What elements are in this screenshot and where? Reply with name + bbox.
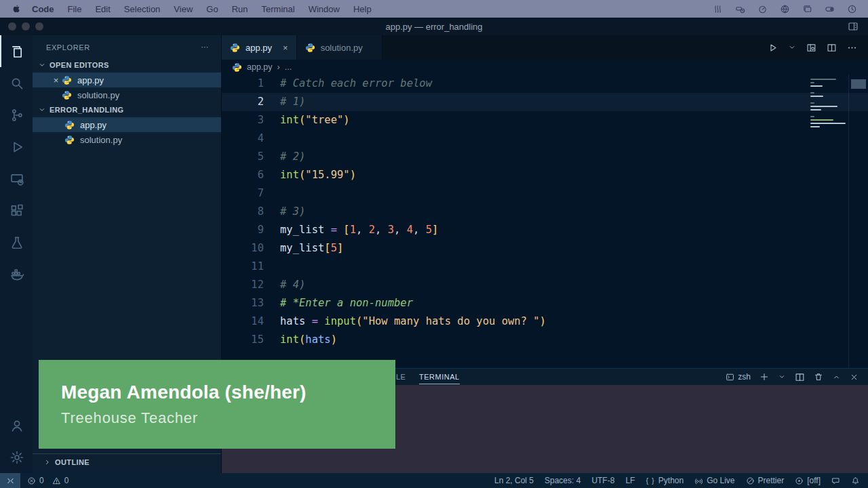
code-token[interactable]: 5 xyxy=(331,242,337,254)
activity-remote-explorer[interactable] xyxy=(0,163,33,195)
code-token[interactable]: [ xyxy=(324,242,330,254)
code-line-text[interactable]: int(hats) xyxy=(264,331,337,349)
status-encoding[interactable]: UTF-8 xyxy=(591,476,614,485)
menu-code[interactable]: Code xyxy=(25,4,61,14)
sync-globe-icon[interactable] xyxy=(780,4,790,14)
open-editor-solution.py[interactable]: solution.py xyxy=(33,87,221,102)
code-line-8[interactable]: 8# 3) xyxy=(222,203,868,221)
activity-accounts[interactable] xyxy=(0,409,33,441)
code-token[interactable]: # *Enter a non-number xyxy=(280,297,413,309)
activity-docker[interactable] xyxy=(0,258,33,290)
minimize-window-button[interactable] xyxy=(22,22,30,30)
line-number[interactable]: 8 xyxy=(222,203,264,221)
menu-file[interactable]: File xyxy=(61,4,89,14)
remote-indicator[interactable] xyxy=(0,473,20,488)
views-more-actions-icon[interactable]: ⋯ xyxy=(201,43,209,52)
menu-window[interactable]: Window xyxy=(302,4,347,14)
run-python-file-icon[interactable] xyxy=(768,43,778,53)
meter-icon[interactable] xyxy=(757,4,768,14)
code-line-12[interactable]: 12# 4) xyxy=(222,276,868,294)
close-editor-icon[interactable]: × xyxy=(50,75,62,85)
code-token[interactable]: ( xyxy=(299,169,305,181)
code-line-9[interactable]: 9my_list = [1, 2, 3, 4, 5] xyxy=(222,221,868,239)
menu-help[interactable]: Help xyxy=(347,4,378,14)
code-line-text[interactable] xyxy=(264,129,280,148)
line-number[interactable]: 9 xyxy=(222,221,264,239)
menu-selection[interactable]: Selection xyxy=(117,4,167,14)
editor-scrollbar[interactable] xyxy=(848,75,868,368)
file-solution.py[interactable]: solution.py xyxy=(33,132,221,147)
menu-run[interactable]: Run xyxy=(225,4,255,14)
open-editors-section[interactable]: OPEN EDITORS xyxy=(33,58,221,73)
code-line-text[interactable]: # 1) xyxy=(264,93,305,111)
file-app.py[interactable]: app.py xyxy=(33,117,221,132)
menu-terminal[interactable]: Terminal xyxy=(255,4,302,14)
scrollbar-slider[interactable] xyxy=(851,79,866,89)
code-token[interactable]: , xyxy=(413,224,426,236)
status-errors[interactable]: 0 xyxy=(27,476,44,485)
line-number[interactable]: 7 xyxy=(222,184,264,203)
code-token[interactable]: my_list xyxy=(280,224,331,236)
code-line-text[interactable]: int("tree") xyxy=(264,111,350,129)
breadcrumb[interactable]: app.py › ... xyxy=(222,60,868,75)
maximize-panel-icon[interactable] xyxy=(832,373,841,382)
code-token[interactable]: 1 xyxy=(350,224,356,236)
code-token[interactable]: hats xyxy=(305,333,330,346)
status-screencast-mode[interactable]: [off] xyxy=(795,476,821,485)
panel-tab-terminal[interactable]: TERMINAL xyxy=(419,373,460,384)
code-line-3[interactable]: 3int("tree") xyxy=(222,111,868,129)
code-token[interactable]: , xyxy=(394,224,407,236)
code-token[interactable]: # 3) xyxy=(280,205,305,218)
apple-icon[interactable] xyxy=(11,4,21,14)
line-number[interactable]: 12 xyxy=(222,276,264,294)
code-token[interactable]: 4 xyxy=(407,224,413,236)
code-token[interactable]: 3 xyxy=(388,224,394,236)
code-line-text[interactable]: hats = input("How many hats do you own? … xyxy=(264,312,546,331)
status-cursor-position[interactable]: Ln 2, Col 5 xyxy=(494,476,534,485)
code-line-text[interactable]: int("15.99") xyxy=(264,166,356,184)
open-changes-icon[interactable] xyxy=(806,43,816,53)
line-number[interactable]: 13 xyxy=(222,294,264,312)
menu-edit[interactable]: Edit xyxy=(88,4,117,14)
minimap[interactable] xyxy=(808,77,848,129)
code-line-text[interactable]: # Catch each error below xyxy=(264,75,432,93)
status-notifications[interactable] xyxy=(851,476,860,485)
breadcrumb-file[interactable]: app.py xyxy=(247,62,273,72)
code-token[interactable]: [ xyxy=(343,224,349,236)
code-line-10[interactable]: 10my_list[5] xyxy=(222,239,868,258)
line-number[interactable]: 11 xyxy=(222,258,264,276)
close-tab-icon[interactable]: × xyxy=(283,43,288,53)
status-indentation[interactable]: Spaces: 4 xyxy=(545,476,580,485)
line-number[interactable]: 2 xyxy=(222,93,264,111)
clock-icon[interactable] xyxy=(847,4,857,14)
code-line-15[interactable]: 15int(hats) xyxy=(222,331,868,349)
new-terminal-icon[interactable] xyxy=(760,372,769,382)
code-token[interactable]: ( xyxy=(299,114,305,126)
line-number[interactable]: 10 xyxy=(222,239,264,258)
code-line-text[interactable]: my_list[5] xyxy=(264,239,343,258)
line-number[interactable]: 4 xyxy=(222,129,264,148)
code-token[interactable]: ( xyxy=(356,315,362,327)
code-line-1[interactable]: 1# Catch each error below xyxy=(222,75,868,93)
split-editor-icon[interactable] xyxy=(827,43,837,53)
kill-terminal-icon[interactable] xyxy=(814,372,823,382)
code-line-5[interactable]: 5# 2) xyxy=(222,148,868,166)
outline-section[interactable]: OUTLINE xyxy=(33,453,221,470)
line-number[interactable]: 3 xyxy=(222,111,264,129)
shell-selector[interactable]: zsh xyxy=(726,372,751,382)
activity-settings[interactable] xyxy=(0,441,33,473)
activity-extensions[interactable] xyxy=(0,195,33,226)
code-token[interactable]: int xyxy=(280,114,299,126)
close-window-button[interactable] xyxy=(8,22,16,30)
more-actions-icon[interactable] xyxy=(847,43,857,53)
code-line-2[interactable]: 2# 1) xyxy=(222,93,868,111)
status-warnings[interactable]: 0 xyxy=(52,476,69,485)
code-token[interactable]: "How many hats do you own? " xyxy=(362,315,539,327)
activity-explorer[interactable] xyxy=(0,35,33,67)
activity-testing[interactable] xyxy=(0,226,33,258)
code-token[interactable]: ] xyxy=(337,242,343,254)
code-token[interactable]: ( xyxy=(299,333,305,346)
code-line-text[interactable]: # 2) xyxy=(264,148,305,166)
code-token[interactable]: int xyxy=(280,333,299,346)
status-eol[interactable]: LF xyxy=(625,476,635,485)
